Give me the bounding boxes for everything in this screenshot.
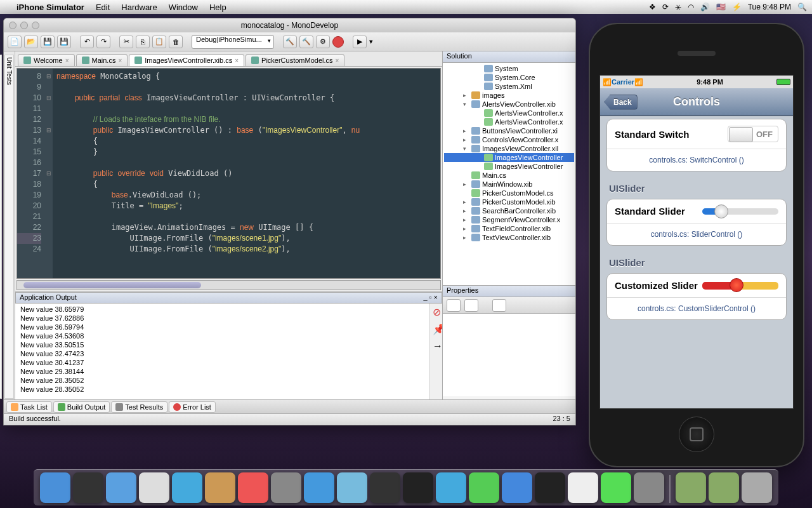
tree-item[interactable]: ▸SearchBarController.xib [444, 206, 574, 215]
delete-button[interactable]: 🗑 [169, 36, 183, 48]
output-minimize-icon[interactable]: _ [423, 293, 427, 302]
stop-button[interactable] [332, 36, 344, 48]
run-button[interactable]: ⚙ [316, 36, 330, 48]
flag-icon[interactable]: 🇺🇸 [716, 3, 726, 11]
dock-app-addressbook[interactable] [205, 472, 235, 503]
dock-app-finder[interactable] [40, 472, 70, 503]
back-button[interactable]: Back [604, 95, 638, 110]
dock-app-xcode2[interactable] [502, 472, 532, 503]
editor-tab[interactable]: PickerCustomModel.cs× [246, 54, 344, 66]
dock-app-movie[interactable] [337, 472, 367, 503]
editor-tab[interactable]: Welcome× [18, 54, 75, 66]
window-titlebar[interactable]: monocatalog - MonoDevelop [4, 18, 575, 32]
tree-item[interactable]: ▾AlertsViewController.xib [444, 100, 574, 109]
home-button[interactable] [679, 417, 714, 452]
expand-icon[interactable]: ▸ [463, 181, 469, 187]
properties-grid[interactable] [443, 314, 575, 396]
menu-extra-icon[interactable]: ❖ [649, 3, 656, 11]
paste-button[interactable]: 📋 [152, 36, 166, 48]
prop-events-button[interactable] [492, 299, 506, 312]
editor-tab[interactable]: Main.cs× [76, 54, 128, 66]
tree-item[interactable]: ▸ButtonsViewController.xi [444, 126, 574, 135]
expand-icon[interactable]: ▸ [463, 234, 469, 241]
close-tab-icon[interactable]: × [235, 57, 239, 64]
tree-item[interactable]: ▾ImagesViewController.xil [444, 144, 574, 153]
tree-item[interactable]: ▸TextFieldController.xib [444, 224, 574, 233]
expand-icon[interactable]: ▸ [463, 217, 469, 223]
editor-tab[interactable]: ImagesViewController.xib.cs× [129, 54, 244, 66]
code-content[interactable]: namespace MonoCatalog { public partial c… [53, 69, 440, 278]
dock-app-settings[interactable] [634, 472, 664, 503]
expand-icon[interactable]: ▾ [463, 145, 469, 152]
tree-item[interactable]: ▸MainWindow.xib [444, 180, 574, 189]
editor-h-scrollbar[interactable] [16, 280, 441, 290]
dock-downloads[interactable] [709, 472, 739, 503]
dock-app-itunes[interactable] [304, 472, 334, 503]
expand-icon[interactable]: ▸ [463, 128, 469, 134]
copy-button[interactable]: ⎘ [136, 36, 150, 48]
dock-app-frontrow[interactable] [403, 472, 433, 503]
prop-alpha-button[interactable] [464, 299, 478, 312]
tree-item[interactable]: ImagesViewController [444, 153, 574, 162]
dock-app-timemachine[interactable] [469, 472, 499, 503]
tree-item[interactable]: ▸ControlsViewController.x [444, 135, 574, 144]
minimize-button[interactable] [20, 22, 28, 29]
prop-categorized-button[interactable] [447, 299, 461, 312]
close-tab-icon[interactable]: × [118, 57, 122, 64]
output-close-icon[interactable]: × [434, 293, 438, 302]
spotlight-icon[interactable]: 🔍 [797, 3, 807, 11]
tree-item[interactable]: ImagesViewController [444, 162, 574, 171]
custom-slider-control[interactable] [702, 282, 778, 290]
cut-button[interactable]: ✂ [119, 36, 133, 48]
clock[interactable]: Tue 9:48 PM [748, 3, 791, 11]
classes-tab[interactable]: Classes [0, 55, 2, 399]
tree-item[interactable]: ▸images [444, 91, 574, 100]
build-button[interactable]: 🔨 [283, 36, 297, 48]
tree-item[interactable]: ▸SegmentViewController.x [444, 215, 574, 224]
dock-app-ical[interactable] [238, 472, 268, 503]
output-stop-icon[interactable]: ⊘ [430, 304, 442, 321]
battery-icon[interactable]: ⚡ [732, 3, 742, 11]
output-pin-icon[interactable]: 📌 [430, 321, 442, 338]
tree-item[interactable]: System [444, 64, 574, 73]
debug-button[interactable]: ▶ [353, 36, 367, 48]
dock-app-xcode[interactable] [436, 472, 466, 503]
dock-folder[interactable] [676, 472, 706, 503]
output-dock-icon[interactable]: ▫ [429, 293, 432, 302]
dock-app-terminal[interactable] [535, 472, 565, 503]
dock-app-mail[interactable] [106, 472, 136, 503]
unit-tests-tab[interactable]: Unit Tests [4, 55, 14, 399]
close-tab-icon[interactable]: × [336, 57, 339, 64]
rebuild-button[interactable]: 🔨 [299, 36, 313, 48]
dock-app-photobooth[interactable] [370, 472, 400, 503]
tree-item[interactable]: AlertsViewController.x [444, 109, 574, 117]
switch-control[interactable]: OFF [728, 126, 778, 142]
expand-icon[interactable]: ▸ [463, 208, 469, 214]
tree-item[interactable]: AlertsViewController.x [444, 117, 574, 126]
dock-app-safari[interactable] [139, 472, 169, 503]
tree-item[interactable]: Main.cs [444, 171, 574, 180]
code-editor[interactable]: 89101112131415161718192021222324 ⊟ ⊟ ⊟ ⊟… [16, 68, 441, 279]
output-content[interactable]: New value 38.65979New value 37.62886New … [15, 304, 429, 399]
new-file-button[interactable]: 📄 [8, 36, 22, 48]
dock-app-activity[interactable] [601, 472, 631, 503]
menu-window[interactable]: Window [169, 3, 198, 12]
expand-icon[interactable]: ▸ [463, 225, 469, 232]
solution-tree[interactable]: SystemSystem.CoreSystem.Xml▸images▾Alert… [443, 63, 575, 285]
menu-hardware[interactable]: Hardware [121, 3, 157, 12]
tree-item[interactable]: ▸PickerCustomModel.xib [444, 197, 574, 206]
expand-icon[interactable]: ▾ [463, 101, 469, 107]
error-list-tab[interactable]: Error List [169, 401, 216, 413]
menu-edit[interactable]: Edit [96, 3, 110, 12]
tree-item[interactable]: System.Core [444, 73, 574, 82]
tree-item[interactable]: PickerCustomModel.cs [444, 189, 574, 197]
slider-thumb[interactable] [714, 204, 728, 218]
save-button[interactable]: 💾 [41, 36, 55, 48]
bluetooth-icon[interactable]: ⚹ [675, 3, 681, 11]
redo-button[interactable]: ↷ [96, 36, 110, 48]
close-tab-icon[interactable]: × [65, 57, 69, 64]
debug-dropdown-icon[interactable]: ▾ [369, 37, 373, 46]
save-all-button[interactable]: 💾 [57, 36, 71, 48]
expand-icon[interactable]: ▸ [463, 92, 469, 98]
dock-trash[interactable] [742, 472, 772, 503]
